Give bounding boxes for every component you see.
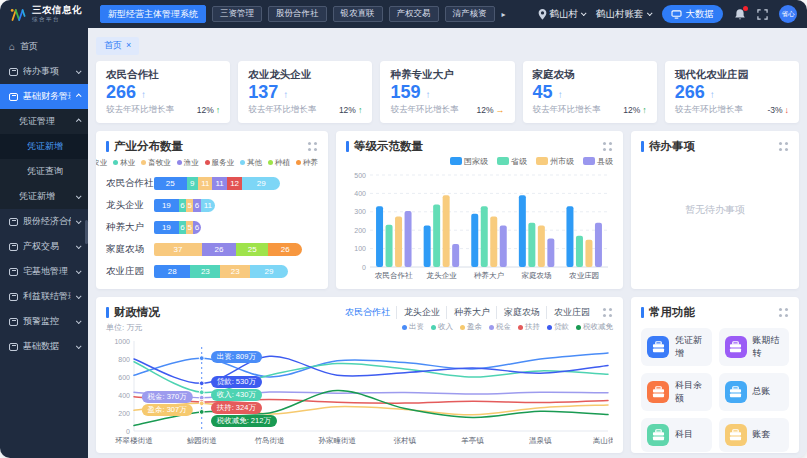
fullscreen-icon[interactable] (757, 9, 768, 20)
sidebar-item-voucher-query[interactable]: 凭证查询 (0, 159, 88, 184)
func-account-set[interactable]: 账套 (719, 418, 790, 452)
legend-item[interactable]: 服务业 (205, 158, 235, 168)
stat-cards-row: 农民合作社 266 较去年环比增长率12% 农业龙头企业 137 较去年环比增长… (96, 61, 799, 123)
bar-segment: 11 (201, 199, 215, 212)
bar-segment: 23 (220, 265, 250, 278)
logo-title: 三农信息化 (32, 5, 82, 15)
sidebar-item-todo[interactable]: 待办事项 (0, 59, 88, 84)
sidebar-item-warning-monitor[interactable]: 预警监控 (0, 309, 88, 334)
legend-item[interactable]: 渔业 (177, 158, 199, 168)
bar-segment: 25 (154, 177, 187, 190)
fin-tab-enterprise[interactable]: 龙头企业 (396, 306, 440, 319)
bigdata-button[interactable]: 大数据 (662, 5, 724, 23)
legend-label: 收入 (438, 322, 453, 332)
drag-handle-icon[interactable] (779, 308, 782, 311)
drag-handle-icon[interactable] (308, 142, 311, 145)
legend-item[interactable]: 农业 (96, 158, 107, 168)
village-selector[interactable]: 鹤山村 (538, 8, 586, 21)
nav-button-property[interactable]: 产权交易 (389, 6, 439, 22)
notifications-button[interactable] (734, 8, 746, 21)
legend-item[interactable]: 省级 (497, 156, 527, 167)
legend-swatch (497, 157, 509, 165)
func-period-close[interactable]: 账期结转 (719, 328, 790, 366)
chevron-down-icon (76, 293, 82, 299)
sidebar-item-homestead[interactable]: 宅基地管理 (0, 259, 88, 284)
func-voucher-add[interactable]: 凭证新增 (641, 328, 712, 366)
close-icon[interactable]: × (126, 41, 131, 50)
line-chart: 10008006004002000环翠楼街道鲸园街道竹岛街道孙家疃街道张村镇羊亭… (106, 335, 613, 449)
chart-tooltip: 盈余: 307万 (142, 404, 193, 416)
legend-item[interactable]: 县级 (583, 156, 613, 167)
legend-label: 农业 (96, 158, 107, 168)
stacked-bar-row: 家庭农场37262526 (106, 243, 318, 256)
fin-tab-farm[interactable]: 家庭农场 (496, 306, 540, 319)
fin-tab-grower[interactable]: 种养大户 (446, 306, 490, 319)
legend-item[interactable]: 其他 (240, 158, 262, 168)
rate-value: -3% (767, 105, 782, 115)
fin-tab-manor[interactable]: 农业庄园 (546, 306, 590, 319)
legend-item[interactable]: 种植 (268, 158, 290, 168)
nav-button-system[interactable]: 新型经营主体管理系统 (100, 5, 206, 23)
bar-segment: 12 (227, 177, 243, 190)
legend-item[interactable]: 种养 (296, 158, 318, 168)
rate-value: 12% (339, 105, 356, 115)
func-account-balance[interactable]: 科目余额 (641, 373, 712, 411)
func-subjects[interactable]: 科目 (641, 418, 712, 452)
sidebar-item-benefit-link[interactable]: 利益联结管理 (0, 284, 88, 309)
chevron-down-icon (76, 318, 82, 324)
tab-home[interactable]: 首页 × (96, 37, 139, 55)
stat-card-grower: 种养专业大户 159 较去年环比增长率12% (380, 61, 514, 123)
chevron-down-icon (76, 343, 82, 349)
nav-button-assets[interactable]: 三资管理 (212, 6, 262, 22)
legend-dot (402, 325, 407, 330)
bar-segment: 11 (212, 177, 226, 190)
sidebar-item-share-coop[interactable]: 股份经济合作社 (0, 209, 88, 234)
sidebar-item-voucher-add[interactable]: 凭证新增 (0, 134, 88, 159)
legend-item[interactable]: 扶持 (518, 322, 540, 332)
main-content: 首页 × 农民合作社 266 较去年环比增长率12% 农业龙头企业 137 较去… (88, 28, 807, 458)
legend-item[interactable]: 盈余 (460, 322, 482, 332)
rate-value: 12% (623, 105, 640, 115)
sidebar-item-voucher-add-2[interactable]: 凭证新增 (0, 184, 88, 209)
svg-text:1000: 1000 (114, 337, 130, 344)
nav-scroll-arrow-icon[interactable]: ▸ (502, 10, 506, 19)
logo-icon (10, 7, 27, 22)
sidebar-scrollbar[interactable] (85, 220, 88, 244)
legend-item[interactable]: 畜牧业 (141, 158, 171, 168)
nav-button-bank[interactable]: 银农直联 (333, 6, 383, 22)
drag-handle-icon[interactable] (603, 142, 606, 145)
account-selector[interactable]: 鹤山村账套 (596, 8, 651, 21)
bar-category-label: 家庭农场 (106, 243, 154, 256)
rate-label: 较去年环比增长率 (106, 104, 174, 116)
legend-item[interactable]: 税金 (489, 322, 511, 332)
chevron-down-icon (76, 68, 82, 74)
rate-label: 较去年环比增长率 (248, 104, 316, 116)
legend-item[interactable]: 税收减免 (576, 322, 613, 332)
sidebar-item-voucher-mgmt[interactable]: 凭证管理 (0, 109, 88, 134)
nav-button-audit[interactable]: 清产核资 (445, 6, 495, 22)
legend-item[interactable]: 收入 (431, 322, 453, 332)
nav-button-coop[interactable]: 股份合作社 (268, 6, 327, 22)
fin-tab-coop[interactable]: 农民合作社 (345, 306, 390, 319)
legend-item[interactable]: 出资 (402, 322, 424, 332)
drag-handle-icon[interactable] (779, 142, 782, 145)
x-axis-label: 龙头企业 (426, 271, 457, 280)
chevron-down-icon (76, 218, 82, 224)
func-general-ledger[interactable]: 总账 (719, 373, 790, 411)
stacked-bar: 28232329 (154, 265, 288, 278)
finance-tabs: 农民合作社 龙头企业 种养大户 家庭农场 农业庄园 (345, 306, 590, 319)
sidebar-item-property-trade[interactable]: 产权交易 (0, 234, 88, 259)
legend-item[interactable]: 贷款 (547, 322, 569, 332)
chart-tooltip: 税金: 370万 (142, 391, 193, 403)
x-axis-label: 竹岛街道 (254, 436, 285, 445)
avatar[interactable]: 省心 (779, 5, 797, 23)
legend-item[interactable]: 州市级 (536, 156, 574, 167)
drag-handle-icon[interactable] (603, 308, 606, 311)
sidebar-item-home[interactable]: ⌂ 首页 (0, 34, 88, 59)
sidebar-item-finance-mgmt[interactable]: 基础财务管理 (0, 84, 88, 109)
legend-item[interactable]: 林业 (113, 158, 135, 168)
sidebar-item-base-data[interactable]: 基础数据 (0, 334, 88, 359)
legend-item[interactable]: 国家级 (450, 156, 488, 167)
stat-card-value: 159 (390, 83, 420, 101)
legend-label: 出资 (409, 322, 424, 332)
